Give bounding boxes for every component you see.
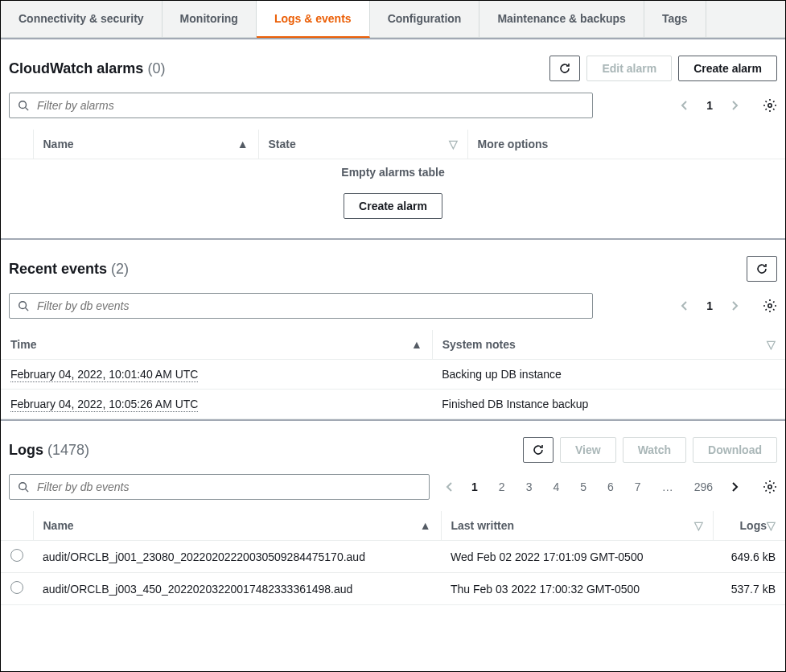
events-title: Recent events (2) bbox=[9, 261, 129, 278]
view-button: View bbox=[560, 437, 616, 463]
alarms-next-page[interactable] bbox=[726, 97, 743, 114]
events-pager: 1 bbox=[676, 296, 743, 315]
log-size: 649.6 kB bbox=[713, 541, 785, 573]
log-last: Thu Feb 03 2022 17:00:32 GMT-0500 bbox=[441, 573, 713, 605]
svg-point-6 bbox=[19, 483, 27, 490]
svg-point-5 bbox=[768, 304, 772, 307]
tab-tags[interactable]: Tags bbox=[644, 1, 706, 37]
logs-title: Logs (1478) bbox=[9, 442, 89, 459]
tab-logs-events[interactable]: Logs & events bbox=[257, 1, 370, 38]
logs-search[interactable] bbox=[9, 474, 430, 500]
svg-point-2 bbox=[768, 104, 772, 107]
logs-table: Name▲ Last written▽ Logs▽ audit/ORCLB_j0… bbox=[1, 511, 785, 605]
svg-line-7 bbox=[26, 489, 29, 493]
row-radio[interactable] bbox=[10, 549, 23, 562]
alarms-col-state[interactable]: State▽ bbox=[258, 130, 467, 159]
alarms-empty-create-button[interactable]: Create alarm bbox=[344, 193, 442, 219]
tab-connectivity[interactable]: Connectivity & security bbox=[1, 1, 163, 37]
event-time: February 04, 2022, 10:05:26 AM UTC bbox=[10, 398, 198, 412]
panel-alarms: CloudWatch alarms (0) Edit alarm Create … bbox=[1, 38, 785, 238]
logs-settings[interactable] bbox=[763, 480, 777, 494]
table-row[interactable]: audit/ORCLB_j001_23080_20220202220030509… bbox=[1, 541, 785, 573]
svg-point-8 bbox=[768, 485, 772, 489]
tab-maintenance[interactable]: Maintenance & backups bbox=[479, 1, 644, 37]
alarms-title: CloudWatch alarms (0) bbox=[9, 60, 165, 77]
logs-next-page[interactable] bbox=[726, 478, 743, 496]
svg-point-3 bbox=[19, 302, 27, 309]
logs-search-input[interactable] bbox=[35, 480, 421, 494]
row-radio[interactable] bbox=[10, 581, 23, 594]
logs-page-7[interactable]: 7 bbox=[627, 477, 649, 497]
logs-col-name[interactable]: Name▲ bbox=[33, 511, 441, 541]
logs-page-2[interactable]: 2 bbox=[491, 477, 513, 497]
alarms-table: Name▲ State▽ More options bbox=[1, 130, 785, 159]
event-time: February 04, 2022, 10:01:40 AM UTC bbox=[10, 368, 198, 382]
create-alarm-button[interactable]: Create alarm bbox=[678, 56, 777, 81]
logs-page-3[interactable]: 3 bbox=[518, 477, 541, 497]
alarms-prev-page[interactable] bbox=[676, 97, 693, 114]
events-title-text: Recent events bbox=[9, 261, 107, 277]
download-button: Download bbox=[693, 437, 777, 463]
gear-icon bbox=[763, 299, 777, 313]
svg-point-0 bbox=[19, 101, 27, 109]
events-search[interactable] bbox=[9, 293, 593, 319]
events-page-number: 1 bbox=[698, 296, 721, 315]
events-prev-page[interactable] bbox=[676, 297, 693, 315]
logs-title-text: Logs bbox=[9, 442, 43, 458]
log-name: audit/ORCLB_j001_23080_20220202220030509… bbox=[33, 541, 441, 573]
refresh-icon bbox=[532, 443, 545, 456]
panel-events: Recent events (2) 1 Time▲ System notes▽ bbox=[1, 238, 785, 419]
logs-col-last[interactable]: Last written▽ bbox=[441, 511, 713, 541]
refresh-icon bbox=[558, 62, 571, 75]
events-table: Time▲ System notes▽ February 04, 2022, 1… bbox=[1, 330, 785, 419]
watch-button: Watch bbox=[623, 437, 686, 463]
tab-bar: Connectivity & security Monitoring Logs … bbox=[1, 1, 785, 38]
gear-icon bbox=[763, 480, 777, 494]
refresh-icon bbox=[755, 262, 768, 275]
alarms-search-input[interactable] bbox=[35, 98, 584, 113]
alarms-search[interactable] bbox=[9, 93, 593, 118]
search-icon bbox=[18, 300, 29, 311]
alarms-settings[interactable] bbox=[763, 98, 777, 113]
logs-col-size[interactable]: Logs▽ bbox=[713, 511, 785, 541]
tab-monitoring[interactable]: Monitoring bbox=[163, 1, 257, 37]
events-search-input[interactable] bbox=[35, 299, 584, 313]
alarms-count: (0) bbox=[147, 60, 165, 76]
logs-refresh-button[interactable] bbox=[523, 437, 553, 463]
search-icon bbox=[18, 481, 29, 493]
alarms-col-name[interactable]: Name▲ bbox=[33, 130, 258, 159]
events-col-time[interactable]: Time▲ bbox=[1, 330, 432, 360]
tab-configuration[interactable]: Configuration bbox=[370, 1, 480, 37]
panel-logs: Logs (1478) View Watch Download 1 2 3 4 … bbox=[1, 419, 785, 605]
log-last: Wed Feb 02 2022 17:01:09 GMT-0500 bbox=[441, 541, 713, 573]
logs-page-1[interactable]: 1 bbox=[463, 477, 486, 497]
search-icon bbox=[18, 100, 29, 111]
event-notes: Backing up DB instance bbox=[432, 360, 785, 390]
logs-page-6[interactable]: 6 bbox=[599, 477, 622, 497]
logs-page-ellipsis: … bbox=[654, 477, 681, 497]
log-size: 537.7 kB bbox=[713, 573, 785, 605]
event-notes: Finished DB Instance backup bbox=[432, 390, 785, 419]
alarms-title-text: CloudWatch alarms bbox=[9, 60, 143, 76]
events-next-page[interactable] bbox=[726, 297, 743, 315]
alarms-empty: Empty alarms table Create alarm bbox=[1, 159, 785, 238]
logs-pager: 1 2 3 4 5 6 7 … 296 bbox=[441, 477, 743, 497]
alarms-col-more[interactable]: More options bbox=[467, 130, 785, 159]
svg-line-4 bbox=[26, 308, 29, 311]
table-row[interactable]: audit/ORCLB_j003_450_2022020322001748233… bbox=[1, 573, 785, 605]
events-col-notes[interactable]: System notes▽ bbox=[432, 330, 785, 360]
alarms-empty-msg: Empty alarms table bbox=[1, 166, 785, 179]
svg-line-1 bbox=[26, 108, 29, 111]
logs-page-5[interactable]: 5 bbox=[572, 477, 595, 497]
events-count: (2) bbox=[111, 261, 129, 277]
events-refresh-button[interactable] bbox=[747, 256, 777, 282]
alarms-pager: 1 bbox=[676, 96, 743, 115]
logs-count: (1478) bbox=[47, 442, 89, 458]
events-settings[interactable] bbox=[763, 299, 777, 313]
logs-prev-page[interactable] bbox=[441, 478, 459, 496]
alarms-refresh-button[interactable] bbox=[549, 56, 580, 81]
edit-alarm-button: Edit alarm bbox=[586, 56, 672, 81]
logs-page-last[interactable]: 296 bbox=[686, 477, 721, 497]
logs-page-4[interactable]: 4 bbox=[545, 477, 567, 497]
gear-icon bbox=[763, 98, 777, 113]
